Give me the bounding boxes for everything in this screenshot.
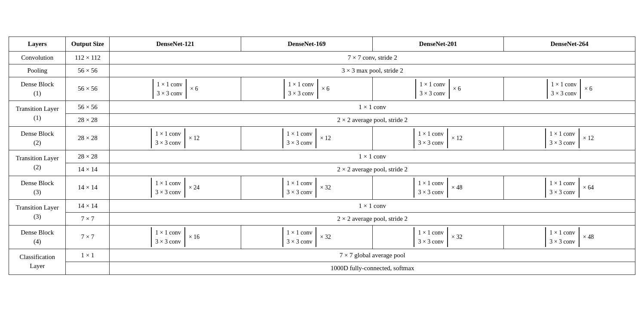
output-dense2: 28 × 28 [66, 126, 110, 150]
table-row: Dense Block (1) 56 × 56 1 × 1 conv 3 × 3… [9, 77, 635, 101]
header-dn201: DenseNet-201 [372, 37, 504, 51]
output-trans3-pool: 7 × 7 [66, 212, 110, 225]
dn201-dense3: 1 × 1 conv 3 × 3 conv × 48 [372, 176, 504, 199]
table-row: Transition Layer (2) 28 × 28 1 × 1 conv [9, 150, 635, 163]
output-trans1-pool: 28 × 28 [66, 113, 110, 126]
header-output: Output Size [66, 37, 110, 51]
dn201-dense1: 1 × 1 conv 3 × 3 conv × 6 [372, 77, 504, 101]
span-trans3-conv: 1 × 1 conv [110, 199, 635, 212]
output-trans2-pool: 14 × 14 [66, 163, 110, 176]
dn121-dense3: 1 × 1 conv 3 × 3 conv × 24 [110, 176, 241, 199]
table-row: Convolution 112 × 112 7 × 7 conv, stride… [9, 51, 635, 64]
table-row: 7 × 7 2 × 2 average pool, stride 2 [9, 212, 635, 225]
output-pooling: 56 × 56 [66, 64, 110, 77]
densenet-table: Layers Output Size DenseNet-121 DenseNet… [9, 37, 635, 275]
table-row: 14 × 14 2 × 2 average pool, stride 2 [9, 163, 635, 176]
span-trans2-conv: 1 × 1 conv [110, 150, 635, 163]
span-trans3-pool: 2 × 2 average pool, stride 2 [110, 212, 635, 225]
header-dn264: DenseNet-264 [504, 37, 635, 51]
span-convolution: 7 × 7 conv, stride 2 [110, 51, 635, 64]
layer-trans2: Transition Layer (2) [9, 150, 66, 176]
span-trans1-conv: 1 × 1 conv [110, 101, 635, 113]
output-dense4: 7 × 7 [66, 225, 110, 249]
span-pooling: 3 × 3 max pool, stride 2 [110, 64, 635, 77]
span-trans1-pool: 2 × 2 average pool, stride 2 [110, 113, 635, 126]
output-class-fc [66, 262, 110, 274]
table-row: 1000D fully-connected, softmax [9, 262, 635, 274]
table-row: Pooling 56 × 56 3 × 3 max pool, stride 2 [9, 64, 635, 77]
table-row: Transition Layer (3) 14 × 14 1 × 1 conv [9, 199, 635, 212]
layer-pooling: Pooling [9, 64, 66, 77]
output-trans1-conv: 56 × 56 [66, 101, 110, 113]
dn201-dense2: 1 × 1 conv 3 × 3 conv × 12 [372, 126, 504, 150]
layer-classification: Classification Layer [9, 249, 66, 274]
dn121-dense2: 1 × 1 conv 3 × 3 conv × 12 [110, 126, 241, 150]
dn169-dense2: 1 × 1 conv 3 × 3 conv × 12 [241, 126, 372, 150]
layer-dense2: Dense Block (2) [9, 126, 66, 150]
table-row: Classification Layer 1 × 1 7 × 7 global … [9, 249, 635, 262]
table-row: Dense Block (2) 28 × 28 1 × 1 conv 3 × 3… [9, 126, 635, 150]
table-row: 28 × 28 2 × 2 average pool, stride 2 [9, 113, 635, 126]
dn121-dense1: 1 × 1 conv 3 × 3 conv × 6 [110, 77, 241, 101]
span-class-fc: 1000D fully-connected, softmax [110, 262, 635, 274]
dn264-dense4: 1 × 1 conv 3 × 3 conv × 48 [504, 225, 635, 249]
dn201-dense4: 1 × 1 conv 3 × 3 conv × 32 [372, 225, 504, 249]
dn264-dense2: 1 × 1 conv 3 × 3 conv × 12 [504, 126, 635, 150]
dn169-dense3: 1 × 1 conv 3 × 3 conv × 32 [241, 176, 372, 199]
table-row: Dense Block (4) 7 × 7 1 × 1 conv 3 × 3 c… [9, 225, 635, 249]
output-trans3-conv: 14 × 14 [66, 199, 110, 212]
table-container: Layers Output Size DenseNet-121 DenseNet… [9, 37, 635, 275]
dn264-dense1: 1 × 1 conv 3 × 3 conv × 6 [504, 77, 635, 101]
layer-trans1: Transition Layer (1) [9, 101, 66, 126]
span-class-pool: 7 × 7 global average pool [110, 249, 635, 262]
span-trans2-pool: 2 × 2 average pool, stride 2 [110, 163, 635, 176]
table-row: Transition Layer (1) 56 × 56 1 × 1 conv [9, 101, 635, 113]
layer-convolution: Convolution [9, 51, 66, 64]
output-classification: 1 × 1 [66, 249, 110, 262]
output-dense1: 56 × 56 [66, 77, 110, 101]
header-dn169: DenseNet-169 [241, 37, 372, 51]
output-convolution: 112 × 112 [66, 51, 110, 64]
dn169-dense1: 1 × 1 conv 3 × 3 conv × 6 [241, 77, 372, 101]
layer-dense1: Dense Block (1) [9, 77, 66, 101]
table-row: Dense Block (3) 14 × 14 1 × 1 conv 3 × 3… [9, 176, 635, 199]
layer-trans3: Transition Layer (3) [9, 199, 66, 225]
layer-dense3: Dense Block (3) [9, 176, 66, 199]
layer-dense4: Dense Block (4) [9, 225, 66, 249]
output-trans2-conv: 28 × 28 [66, 150, 110, 163]
dn264-dense3: 1 × 1 conv 3 × 3 conv × 64 [504, 176, 635, 199]
output-dense3: 14 × 14 [66, 176, 110, 199]
header-dn121: DenseNet-121 [110, 37, 241, 51]
dn169-dense4: 1 × 1 conv 3 × 3 conv × 32 [241, 225, 372, 249]
header-layers: Layers [9, 37, 66, 51]
dn121-dense4: 1 × 1 conv 3 × 3 conv × 16 [110, 225, 241, 249]
